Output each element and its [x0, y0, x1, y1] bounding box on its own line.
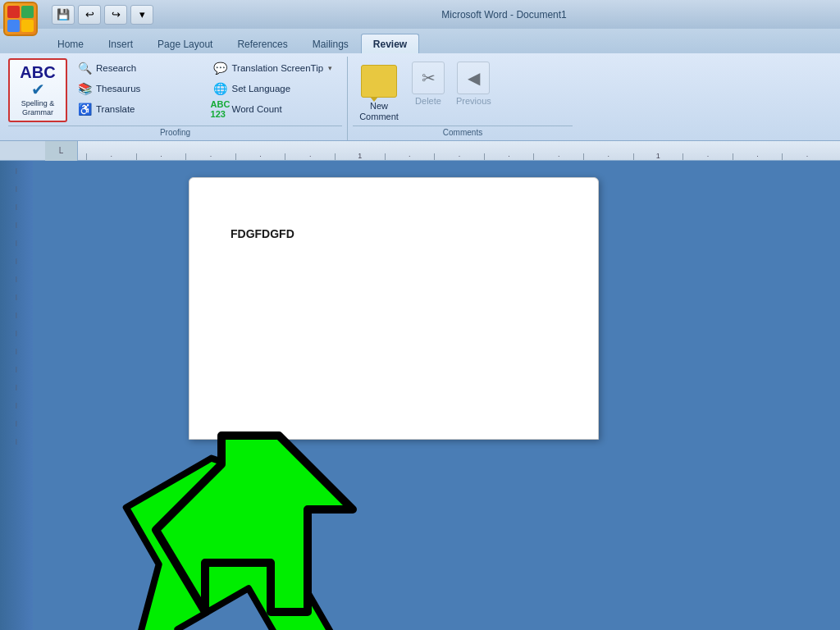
ruler-tick: ·	[385, 153, 435, 160]
v-ruler-mark: |	[16, 366, 17, 381]
v-ruler-mark: |	[16, 203, 17, 218]
v-ruler-mark: |	[16, 384, 17, 399]
v-ruler-mark: |	[16, 221, 17, 236]
previous-comment-button[interactable]: ◀ Previous	[451, 58, 496, 109]
ruler-tick: ·	[733, 153, 783, 160]
redo-button[interactable]: ↪	[104, 5, 127, 25]
previous-label: Previous	[456, 96, 491, 106]
research-button[interactable]: 🔍 Research	[72, 58, 207, 78]
svg-marker-0	[115, 423, 353, 630]
thesaurus-icon: 📚	[76, 81, 93, 96]
new-comment-icon	[361, 65, 397, 98]
title-bar-controls: 💾 ↩ ↪ ▾	[52, 5, 153, 25]
ruler-tick: 1	[633, 153, 683, 160]
tab-bar: Home Insert Page Layout References Maili…	[0, 29, 840, 53]
proofing-small-buttons: 🔍 Research 📚 Thesaurus ♿ Translate	[72, 58, 207, 119]
new-comment-icon-area	[359, 62, 399, 101]
document-content[interactable]: FDGFDGFD	[231, 227, 557, 240]
proofing-group: ABC ✔ Spelling & Grammar 🔍 Research 📚	[3, 57, 348, 140]
proofing-small-buttons-2: 💬 Translation ScreenTip ▾ 🌐 Set Language…	[208, 58, 343, 119]
ribbon-content: ABC ✔ Spelling & Grammar 🔍 Research 📚	[0, 53, 840, 140]
research-icon: 🔍	[76, 61, 93, 75]
ruler-tick: ·	[185, 153, 235, 160]
spelling-grammar-button[interactable]: ABC ✔ Spelling & Grammar	[8, 58, 67, 122]
ribbon: Home Insert Page Layout References Maili…	[0, 29, 840, 141]
tab-review[interactable]: Review	[361, 34, 419, 53]
word-count-icon: ABC123	[212, 102, 229, 116]
comments-group: New Comment ✂ Delete ◀ Previous Comments	[348, 57, 578, 140]
ruler-bar: L · · · · · 1 · · · · · 1 · · ·	[0, 141, 840, 161]
translation-screentip-button[interactable]: 💬 Translation ScreenTip ▾	[208, 58, 343, 78]
ruler-tick: ·	[682, 153, 733, 160]
comments-label: Comments	[353, 126, 573, 139]
undo-button[interactable]: ↩	[78, 5, 101, 25]
tab-home[interactable]: Home	[45, 34, 96, 53]
document-page[interactable]: FDGFDGFD	[189, 177, 599, 440]
translate-icon: ♿	[76, 102, 93, 116]
ruler-tick: ·	[484, 153, 534, 160]
delete-comment-button[interactable]: ✂ Delete	[407, 58, 450, 109]
svg-marker-1	[156, 436, 353, 612]
v-ruler-mark: |	[16, 402, 17, 417]
v-ruler-mark: |	[16, 276, 17, 290]
v-ruler-mark: |	[16, 294, 17, 308]
abc-text: ABC	[20, 63, 55, 81]
v-ruler-mark: |	[16, 240, 17, 254]
new-comment-label: New Comment	[359, 101, 399, 122]
save-button[interactable]: 💾	[52, 5, 75, 25]
comments-items: New Comment ✂ Delete ◀ Previous	[353, 58, 573, 126]
tab-insert[interactable]: Insert	[96, 34, 145, 53]
set-language-icon: 🌐	[212, 81, 229, 96]
delete-label: Delete	[415, 96, 441, 106]
v-ruler-mark: |	[16, 438, 17, 453]
ruler-tick: ·	[782, 153, 832, 160]
ruler-tick: ·	[583, 153, 633, 160]
previous-icon: ◀	[457, 62, 490, 94]
tab-page-layout[interactable]: Page Layout	[145, 34, 225, 53]
new-comment-button[interactable]: New Comment	[353, 58, 405, 126]
v-ruler-mark: |	[16, 348, 17, 363]
ruler-tick: ·	[434, 153, 484, 160]
thesaurus-button[interactable]: 📚 Thesaurus	[72, 79, 207, 98]
set-language-button[interactable]: 🌐 Set Language	[208, 79, 343, 98]
title-bar: 💾 ↩ ↪ ▾ Microsoft Word - Document1	[0, 0, 840, 29]
v-ruler-mark: |	[16, 185, 17, 200]
ruler-ticks: · · · · · 1 · · · · · 1 · · ·	[78, 141, 840, 160]
check-icon: ✔	[31, 81, 45, 98]
proofing-label: Proofing	[8, 126, 342, 139]
ruler-tick: ·	[533, 153, 583, 160]
document-area: | | | | | | | | | | | | | | | | FDGFDGFD	[0, 161, 840, 630]
document-canvas[interactable]: FDGFDGFD	[33, 161, 840, 630]
v-ruler-mark: |	[16, 258, 17, 272]
translation-screentip-icon: 💬	[212, 61, 229, 75]
tab-mailings[interactable]: Mailings	[300, 34, 361, 53]
ruler-track: · · · · · 1 · · · · · 1 · · ·	[78, 141, 840, 160]
proofing-items: ABC ✔ Spelling & Grammar 🔍 Research 📚	[8, 58, 342, 126]
ruler-corner[interactable]: L	[45, 141, 78, 161]
customize-button[interactable]: ▾	[130, 5, 153, 25]
ruler-tick: ·	[285, 153, 335, 160]
left-sidebar: | | | | | | | | | | | | | | | |	[0, 161, 33, 630]
dropdown-arrow-icon: ▾	[328, 64, 332, 72]
v-ruler-mark: |	[16, 420, 17, 435]
word-count-button[interactable]: ABC123 Word Count	[208, 99, 343, 119]
ruler-tick: 1	[335, 153, 385, 160]
tab-references[interactable]: References	[225, 34, 299, 53]
ruler-tick: ·	[235, 153, 285, 160]
v-ruler-mark: |	[16, 312, 17, 326]
spelling-label: Spelling & Grammar	[21, 99, 55, 117]
ruler-tick: ·	[136, 153, 186, 160]
window-title: Microsoft Word - Document1	[175, 9, 833, 21]
office-logo[interactable]	[3, 2, 38, 36]
translate-button[interactable]: ♿ Translate	[72, 99, 207, 119]
v-ruler-mark: |	[16, 330, 17, 345]
v-ruler-mark: |	[16, 167, 17, 182]
delete-icon: ✂	[412, 62, 445, 94]
ruler-tick: ·	[86, 153, 136, 160]
green-arrow-annotation	[115, 423, 353, 630]
